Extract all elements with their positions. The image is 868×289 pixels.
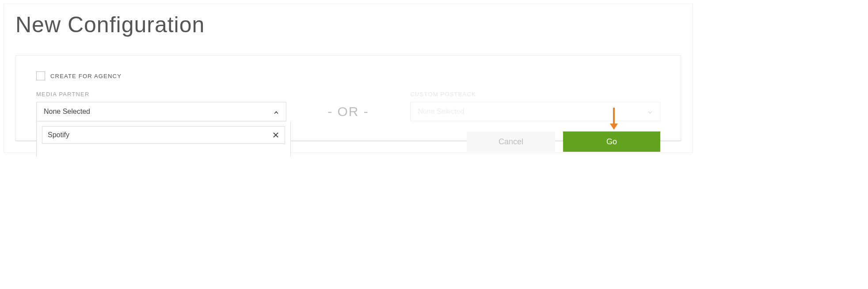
dropdown-group-header: Publisher Networks [37, 148, 290, 157]
agency-checkbox-row: CREATE FOR AGENCY [36, 71, 660, 80]
media-partner-selected-value: None Selected [44, 108, 90, 116]
selector-row: MEDIA PARTNER None Selected [36, 91, 660, 121]
action-buttons: Cancel Go [467, 131, 660, 152]
chevron-down-icon [647, 109, 653, 114]
custom-postback-selected-value: None Selected [418, 108, 464, 116]
go-button[interactable]: Go [563, 131, 660, 152]
close-icon[interactable] [272, 131, 279, 139]
dropdown-search-input[interactable] [48, 131, 272, 139]
page-title: New Configuration [15, 12, 681, 38]
page-container: New Configuration CREATE FOR AGENCY MEDI… [4, 4, 693, 153]
custom-postback-column: CUSTOM POSTBACK None Selected [410, 91, 660, 121]
svg-marker-3 [610, 124, 618, 130]
cancel-button[interactable]: Cancel [467, 131, 555, 152]
or-divider: - OR - [286, 91, 411, 119]
media-partner-dropdown: Publisher Networks Spotify [36, 122, 291, 157]
agency-checkbox-label: CREATE FOR AGENCY [50, 73, 122, 79]
chevron-up-icon [274, 109, 279, 114]
custom-postback-label: CUSTOM POSTBACK [410, 91, 660, 98]
config-panel: CREATE FOR AGENCY MEDIA PARTNER None Sel… [15, 55, 681, 141]
media-partner-label: MEDIA PARTNER [36, 91, 286, 98]
media-partner-column: MEDIA PARTNER None Selected [36, 91, 286, 121]
arrow-annotation-icon [609, 107, 619, 131]
agency-checkbox[interactable] [36, 71, 45, 80]
dropdown-search-wrap [37, 122, 290, 148]
custom-postback-select: None Selected [410, 102, 660, 121]
media-partner-select[interactable]: None Selected [36, 102, 286, 121]
dropdown-search-inner [42, 126, 285, 144]
